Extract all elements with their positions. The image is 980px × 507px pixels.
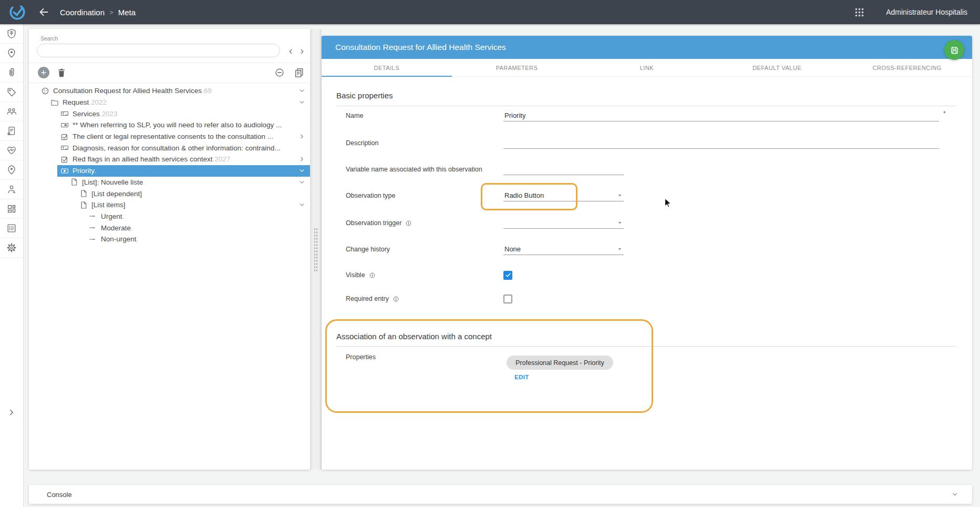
sidebar-item-layout[interactable] — [0, 199, 23, 219]
section-title-association: Association of an observation with a con… — [336, 332, 492, 341]
sidebar-item-teams[interactable] — [0, 102, 23, 121]
observation-type-select[interactable]: Radio Button — [503, 190, 624, 201]
sidebar-item-lists[interactable] — [0, 219, 23, 238]
add-node-button[interactable] — [38, 67, 49, 78]
divider — [336, 106, 956, 106]
tree-row-priority-selected[interactable]: Priority. — [29, 165, 310, 177]
tree-row-list-items[interactable]: [List items] — [29, 199, 310, 211]
tab-details[interactable]: DETAILS — [322, 59, 452, 76]
tree-row-root[interactable]: Consultation Request for Allied Health S… — [29, 85, 310, 97]
change-history-select[interactable]: None — [503, 244, 624, 255]
tab-cross-referencing[interactable]: CROSS-REFERENCING — [842, 59, 972, 76]
field-row-description: Description — [346, 137, 956, 149]
field-row-observation-trigger: Observation trigger — [346, 217, 956, 229]
tree-panel: Search Consultation Request for Allied H… — [29, 29, 310, 470]
dropdown-caret-icon — [617, 246, 623, 252]
sidebar-item-documents[interactable] — [0, 121, 23, 141]
search-prev-icon[interactable] — [287, 48, 294, 55]
paperclip-icon — [6, 67, 17, 78]
required-entry-checkbox[interactable] — [503, 295, 512, 303]
variable-name-input[interactable] — [503, 164, 624, 175]
collapse-all-button[interactable] — [274, 67, 285, 78]
field-row-visible: Visible — [346, 269, 956, 281]
tab-link[interactable]: LINK — [582, 59, 712, 76]
search-next-icon[interactable] — [298, 48, 306, 55]
list-item-dash-icon — [89, 224, 97, 232]
page-icon — [70, 178, 78, 186]
search-label: Search — [40, 35, 58, 42]
duplicate-button[interactable] — [294, 67, 304, 78]
sidebar-item-locations[interactable] — [0, 44, 23, 63]
sidebar-item-person[interactable] — [0, 180, 23, 199]
tree-row-services[interactable]: Services.2023 — [29, 108, 310, 119]
team-settings-icon — [6, 106, 17, 117]
breadcrumb-meta[interactable]: Meta — [118, 8, 136, 17]
check-icon — [505, 272, 511, 278]
tree-row-request[interactable]: Request.2022 — [29, 97, 310, 108]
search-input[interactable] — [37, 44, 280, 57]
console-chevron-down-icon[interactable] — [951, 491, 958, 498]
heart-pulse-icon — [6, 145, 17, 156]
sidebar-item-settings[interactable] — [0, 238, 23, 258]
chevron-down-icon[interactable] — [298, 201, 305, 208]
section-title-basic: Basic properties — [336, 91, 393, 100]
delete-node-button[interactable] — [56, 67, 67, 78]
chevron-right-icon[interactable] — [298, 156, 305, 163]
info-icon[interactable] — [393, 296, 399, 302]
tree-row-diagnosis[interactable]: Diagnosis, reason for consultation & oth… — [29, 142, 310, 154]
sidebar-item-locations-2[interactable] — [0, 160, 23, 180]
info-icon[interactable] — [405, 220, 412, 227]
panel-header: Consultation Request for Allied Health S… — [322, 36, 972, 59]
user-menu[interactable]: Administrateur Hospitalis — [886, 8, 967, 16]
dropdown-caret-icon — [617, 220, 623, 226]
save-button[interactable] — [944, 40, 964, 60]
tree-row-list[interactable]: [List]: Nouvelle liste. — [29, 177, 310, 188]
tree-row-red-flags[interactable]: Red flags in an allied health services c… — [29, 154, 310, 165]
tab-bar: DETAILS PARAMETERS LINK DEFAULT VALUE CR… — [322, 59, 972, 77]
chevron-right-icon[interactable] — [298, 133, 305, 140]
sidebar-item-shield-medical[interactable] — [0, 24, 23, 44]
required-asterisk: * — [943, 110, 946, 117]
page-icon — [79, 189, 88, 198]
chevron-down-icon[interactable] — [298, 179, 305, 186]
chevron-down-icon[interactable] — [298, 99, 305, 106]
rail-expand-chevron-icon[interactable] — [7, 408, 16, 417]
sidebar-item-attachments[interactable] — [0, 63, 23, 83]
field-row-variable: Variable name associated with this obser… — [346, 163, 956, 176]
apps-grid-icon[interactable] — [854, 7, 865, 18]
tree-row-list-dependent[interactable]: [List dependent] — [29, 188, 310, 199]
tree-row-non-urgent[interactable]: Non-urgent. — [29, 234, 310, 245]
description-input[interactable] — [503, 137, 939, 149]
name-input[interactable]: Priority — [503, 110, 939, 121]
radio-button-icon — [60, 167, 69, 175]
tree-row-urgent[interactable]: Urgent. — [29, 211, 310, 222]
splitter-grip[interactable] — [314, 228, 318, 272]
tab-default-value[interactable]: DEFAULT VALUE — [712, 59, 842, 76]
divider — [29, 83, 310, 83]
observation-trigger-select[interactable] — [503, 217, 624, 229]
sidebar-item-health[interactable] — [0, 141, 23, 160]
field-row-observation-type: Observation type Radio Button — [346, 189, 956, 202]
visible-checkbox[interactable] — [503, 271, 512, 280]
sidebar-item-tags[interactable] — [0, 83, 23, 102]
info-icon[interactable] — [369, 272, 376, 279]
breadcrumb-coordination[interactable]: Coordination — [60, 8, 105, 17]
tree-list: Consultation Request for Allied Health S… — [29, 85, 310, 245]
console-bar[interactable]: Console — [29, 485, 972, 504]
concept-chip[interactable]: Professional Request - Priority — [507, 356, 613, 370]
panel-splitter[interactable] — [310, 29, 322, 470]
tree-row-moderate[interactable]: Moderate. — [29, 222, 310, 234]
tree-row-consent[interactable]: The client or legal representative conse… — [29, 131, 310, 143]
properties-label: Properties — [346, 353, 503, 361]
list-item-dash-icon — [89, 212, 97, 220]
field-row-properties: Properties — [346, 351, 956, 363]
back-arrow-icon[interactable] — [38, 6, 49, 18]
chevron-down-icon[interactable] — [298, 87, 305, 94]
divider — [29, 63, 310, 63]
required-entry-label: Required entry — [346, 295, 503, 302]
tree-row-slp-note[interactable]: ** When referring to SLP, you will need … — [29, 119, 310, 131]
tab-parameters[interactable]: PARAMETERS — [452, 59, 582, 76]
chevron-down-icon[interactable] — [298, 167, 305, 174]
edit-link[interactable]: EDIT — [514, 374, 529, 380]
tag-settings-icon — [6, 87, 17, 97]
